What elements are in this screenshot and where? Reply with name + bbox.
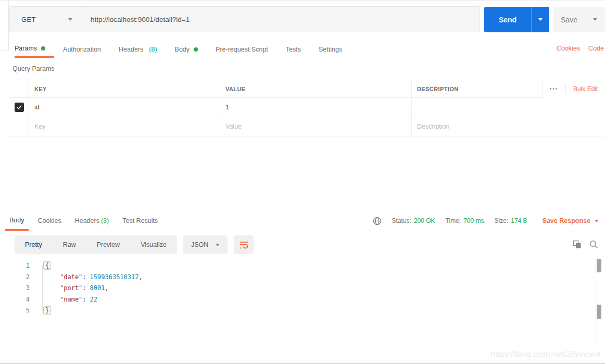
- checkbox-checked-icon[interactable]: [15, 103, 24, 112]
- scrollbar-thumb[interactable]: [597, 259, 601, 272]
- request-links: Cookies Code: [557, 45, 604, 52]
- cookies-link[interactable]: Cookies: [557, 45, 580, 52]
- response-tab-test-results[interactable]: Test Results: [122, 211, 158, 231]
- divider: [536, 216, 536, 226]
- line-number: 5: [0, 305, 30, 317]
- view-visualize[interactable]: Visualize: [130, 235, 177, 254]
- chevron-down-icon: [68, 18, 72, 21]
- left-pane-border-bottom: [0, 51, 8, 51]
- param-row: [9, 98, 605, 117]
- globe-icon[interactable]: [373, 217, 382, 225]
- fold-brace-close[interactable]: }: [43, 306, 51, 315]
- send-button-group: Send: [484, 7, 549, 32]
- save-options-button[interactable]: [585, 7, 605, 32]
- fold-brace-open[interactable]: {: [43, 261, 51, 270]
- scrollbar-track: [596, 259, 596, 345]
- param-value-input[interactable]: [225, 104, 402, 111]
- response-tab-cookies[interactable]: Cookies: [38, 211, 61, 231]
- wrap-text-button[interactable]: [234, 235, 254, 254]
- format-label: JSON: [191, 241, 208, 248]
- query-params-title: Query Params: [12, 65, 55, 72]
- time-badge: Time:700 ms: [446, 217, 484, 224]
- url-input[interactable]: [81, 7, 480, 32]
- status-badge: Status:200 OK: [392, 217, 435, 224]
- save-button[interactable]: Save: [553, 7, 585, 32]
- tab-body[interactable]: Body: [175, 41, 198, 58]
- method-select[interactable]: GET: [10, 7, 81, 32]
- json-colon: :: [82, 284, 86, 292]
- tab-count: (3): [101, 217, 109, 224]
- json-colon: :: [82, 296, 86, 303]
- wrap-text-icon: [239, 240, 249, 250]
- json-key: "date": [60, 273, 82, 281]
- size-label: Size:: [495, 217, 509, 224]
- chevron-down-icon: [538, 18, 543, 21]
- line-number: 4: [0, 294, 30, 306]
- tab-label: Body: [175, 46, 190, 53]
- green-dot-icon: [41, 46, 45, 51]
- json-colon: :: [82, 273, 86, 281]
- json-comma: ,: [105, 284, 109, 292]
- code-line: 3 "port":8001,: [0, 283, 595, 294]
- line-number: 2: [0, 272, 30, 283]
- header-checkbox-cell: [9, 80, 29, 97]
- response-toolbar: Pretty Raw Preview Visualize JSON: [15, 235, 254, 254]
- param-description-input[interactable]: [417, 104, 596, 111]
- left-pane-border: [8, 0, 9, 51]
- column-header-description: DESCRIPTION: [411, 80, 542, 97]
- status-label: Status:: [392, 217, 411, 224]
- param-key-input[interactable]: [34, 123, 210, 130]
- tab-label: Authorization: [63, 46, 101, 53]
- more-options-icon[interactable]: •••: [543, 86, 565, 92]
- chevron-down-icon: [216, 244, 220, 246]
- param-key-input[interactable]: [34, 104, 210, 111]
- param-key-cell: [29, 98, 220, 117]
- tab-params[interactable]: Params: [15, 41, 54, 58]
- tab-count: (8): [149, 46, 157, 53]
- param-value-cell: [220, 98, 411, 117]
- view-preview[interactable]: Preview: [86, 235, 130, 254]
- code-line: 5 }: [0, 305, 595, 317]
- tab-pre-request-script[interactable]: Pre-request Script: [216, 41, 268, 58]
- response-tab-headers[interactable]: Headers (3): [75, 211, 109, 231]
- table-header-actions: ••• Bulk Edit: [542, 80, 598, 98]
- param-value-input[interactable]: [225, 123, 402, 130]
- code-line: 2 "date":1599363510317,: [0, 272, 595, 283]
- view-pretty[interactable]: Pretty: [15, 235, 53, 254]
- param-key-cell: [29, 117, 220, 136]
- code-line: 1 {: [0, 260, 595, 272]
- chevron-down-icon: [595, 220, 599, 222]
- response-meta: Status:200 OK Time:700 ms Size:174 B Sav…: [373, 211, 599, 231]
- send-options-button[interactable]: [531, 7, 549, 32]
- copy-icon[interactable]: [573, 240, 582, 249]
- response-body-json[interactable]: 1 { 2 "date":1599363510317, 3 "port":800…: [0, 260, 595, 317]
- tab-label: Pre-request Script: [216, 46, 268, 53]
- code-link[interactable]: Code: [588, 45, 604, 52]
- bulk-edit-link[interactable]: Bulk Edit: [565, 84, 598, 94]
- tab-label: Tests: [286, 46, 301, 53]
- query-params-table: KEY VALUE DESCRIPTION ••• Bulk Edit: [9, 80, 605, 136]
- format-select[interactable]: JSON: [183, 235, 228, 254]
- response-section-divider: [0, 231, 605, 231]
- method-label: GET: [21, 16, 36, 23]
- view-raw[interactable]: Raw: [53, 235, 86, 254]
- scrollbar-thumb[interactable]: [597, 305, 601, 319]
- search-icon[interactable]: [589, 240, 598, 249]
- save-response-button[interactable]: Save Response: [543, 217, 599, 224]
- tab-settings[interactable]: Settings: [319, 41, 342, 58]
- json-number: 1599363510317: [90, 273, 139, 281]
- tab-tests[interactable]: Tests: [286, 41, 301, 58]
- param-value-cell: [220, 117, 411, 136]
- green-dot-icon: [194, 47, 198, 52]
- response-tab-body[interactable]: Body: [5, 211, 29, 231]
- param-description-input[interactable]: [417, 123, 596, 130]
- column-header-value: VALUE: [220, 80, 411, 97]
- chevron-down-icon: [593, 18, 597, 21]
- tab-label: Headers: [119, 46, 143, 53]
- tab-headers[interactable]: Headers (8): [119, 41, 157, 58]
- tab-label: Headers: [75, 217, 99, 224]
- tab-authorization[interactable]: Authorization: [63, 41, 101, 58]
- top-border: [0, 0, 605, 1]
- code-tools: [573, 240, 598, 249]
- send-button[interactable]: Send: [484, 7, 531, 32]
